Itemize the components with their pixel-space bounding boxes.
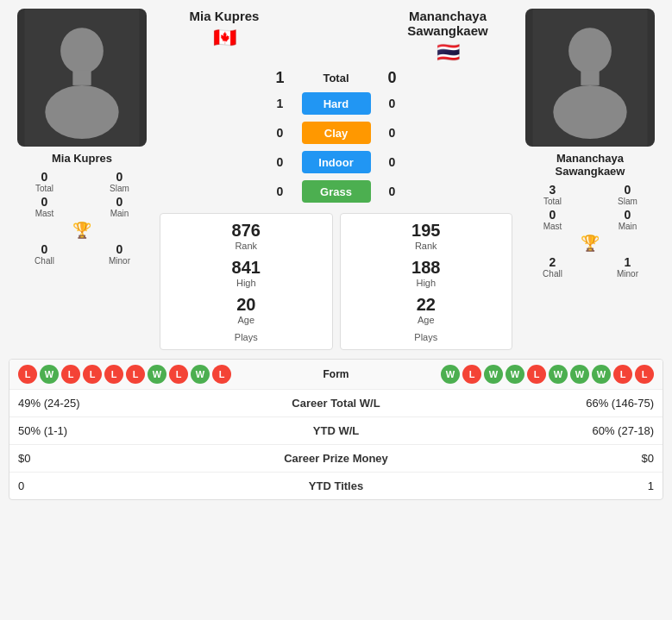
career-p2: 66% (146-75) [414, 397, 655, 410]
player2-avatar [525, 9, 655, 147]
form-badge-W: W [506, 365, 524, 384]
svg-point-1 [60, 28, 104, 73]
form-badge-L: L [18, 365, 37, 384]
grass-score-p1: 0 [267, 185, 293, 198]
player1-slam-cell: 0 Slam [84, 170, 155, 193]
names-row: Mia Kupres 🇨🇦 Mananchaya Sawangkaew 🇹🇭 [160, 9, 512, 64]
form-label: Form [285, 368, 388, 380]
player2-card: Mananchaya Sawangkaew 3 Total 0 Slam 0 M… [517, 9, 663, 279]
middle-section: Mia Kupres 🇨🇦 Mananchaya Sawangkaew 🇹🇭 1… [155, 9, 517, 350]
form-badge-W: W [570, 365, 589, 384]
form-badge-L: L [83, 365, 102, 384]
player1-stats-box: 876 Rank 841 High 20 Age Plays [160, 213, 333, 350]
player1-mast-cell: 0 Mast [9, 195, 80, 218]
ytd-row: 50% (1-1) YTD W/L 60% (27-18) [9, 417, 663, 445]
player2-flag: 🇹🇭 [436, 41, 460, 64]
form-badge-W: W [549, 365, 568, 384]
form-badge-L: L [126, 365, 145, 384]
form-row: LWLLLLWLWL Form WLWWLWWWLL [9, 360, 663, 390]
form-badge-L: L [613, 365, 632, 384]
surfaces-section: 1 Hard 0 0 Clay 0 0 [160, 92, 512, 206]
player1-main-cell: 0 Main [84, 195, 155, 218]
form-badge-L: L [635, 365, 654, 384]
grass-row: 0 Grass 0 [160, 180, 512, 203]
clay-row: 0 Clay 0 [160, 122, 512, 144]
indoor-score-p1: 0 [267, 155, 293, 169]
prize-p1: $0 [18, 452, 259, 465]
svg-point-3 [45, 85, 118, 139]
form-badge-L: L [462, 365, 481, 384]
match-score-p2: 0 [380, 69, 405, 87]
player2-header-name: Mananchaya Sawangkaew [407, 9, 487, 38]
hard-score-p2: 0 [380, 97, 405, 110]
clay-badge: Clay [302, 122, 371, 144]
career-p1: 49% (24-25) [18, 397, 259, 410]
form-badge-W: W [191, 365, 210, 384]
svg-point-7 [553, 85, 626, 139]
form-badge-W: W [40, 365, 59, 384]
player1-name: Mia Kupres [52, 152, 112, 165]
player2-trophy-icon: 🏆 [581, 234, 600, 253]
indoor-row: 0 Indoor 0 [160, 151, 512, 173]
p2-high-row: 188 High [349, 258, 504, 288]
player1-form: LWLLLLWLWL [18, 365, 285, 384]
p2-rank-row: 195 Rank [349, 221, 504, 251]
player1-minor-cell: 0 Minor [84, 242, 155, 266]
career-total-label: Career Total W/L [259, 397, 414, 410]
form-badge-L: L [527, 365, 546, 384]
player1-header: Mia Kupres 🇨🇦 [168, 9, 280, 49]
form-badge-W: W [592, 365, 611, 384]
titles-p1: 0 [18, 479, 259, 492]
player2-chall-cell: 2 Chall [517, 255, 588, 279]
titles-p2: 1 [414, 479, 655, 492]
indoor-badge: Indoor [302, 151, 371, 173]
top-section: Mia Kupres 0 Total 0 Slam 0 Mast 0 Main [9, 9, 663, 350]
player1-header-name: Mia Kupres [190, 9, 260, 23]
svg-point-5 [568, 28, 612, 73]
player1-chall-cell: 0 Chall [9, 242, 80, 266]
p1-age-row: 20 Age [169, 295, 323, 325]
player1-avatar [17, 9, 147, 147]
svg-rect-2 [72, 70, 91, 85]
player1-card: Mia Kupres 0 Total 0 Slam 0 Mast 0 Main [9, 9, 155, 266]
form-badge-L: L [61, 365, 80, 384]
svg-rect-6 [581, 70, 599, 85]
ytd-label: YTD W/L [259, 424, 414, 437]
form-badge-W: W [441, 365, 460, 384]
hard-badge: Hard [302, 92, 371, 115]
player2-main-cell: 0 Main [592, 208, 663, 231]
p1-high-row: 841 High [169, 258, 323, 288]
player2-minor-cell: 1 Minor [592, 255, 663, 279]
bottom-section: LWLLLLWLWL Form WLWWLWWWLL 49% (24-25) C… [9, 359, 663, 500]
p2-plays-row: Plays [349, 332, 504, 342]
form-badge-L: L [169, 365, 188, 384]
player2-header: Mananchaya Sawangkaew 🇹🇭 [392, 9, 504, 64]
ytd-p2: 60% (27-18) [414, 424, 655, 437]
grass-score-p2: 0 [380, 185, 405, 198]
form-badge-L: L [212, 365, 231, 384]
form-badge-L: L [104, 365, 123, 384]
p2-age-row: 22 Age [349, 295, 504, 325]
player2-form: WLWWLWWWLL [388, 365, 655, 384]
player1-flag: 🇨🇦 [213, 27, 236, 49]
match-score-p1: 1 [267, 69, 293, 87]
ytd-p1: 50% (1-1) [18, 424, 259, 437]
total-label: Total [302, 72, 371, 85]
p1-plays-row: Plays [169, 332, 323, 342]
prize-label: Career Prize Money [259, 452, 414, 465]
clay-score-p2: 0 [380, 126, 405, 140]
form-badge-W: W [148, 365, 166, 384]
form-badge-W: W [484, 365, 503, 384]
grass-badge: Grass [302, 180, 371, 203]
player2-mast-cell: 0 Mast [517, 208, 588, 231]
score-row: 1 Total 0 [160, 69, 512, 87]
player2-total-cell: 3 Total [517, 183, 588, 206]
player1-total-cell: 0 Total [9, 170, 80, 193]
player2-stats-box: 195 Rank 188 High 22 Age Plays [340, 213, 513, 350]
hard-score-p1: 1 [267, 97, 293, 110]
stats-boxes: 876 Rank 841 High 20 Age Plays [160, 213, 512, 350]
prize-p2: $0 [414, 452, 655, 465]
career-total-row: 49% (24-25) Career Total W/L 66% (146-75… [9, 390, 663, 417]
player2-slam-cell: 0 Slam [592, 183, 663, 206]
titles-label: YTD Titles [259, 479, 414, 492]
